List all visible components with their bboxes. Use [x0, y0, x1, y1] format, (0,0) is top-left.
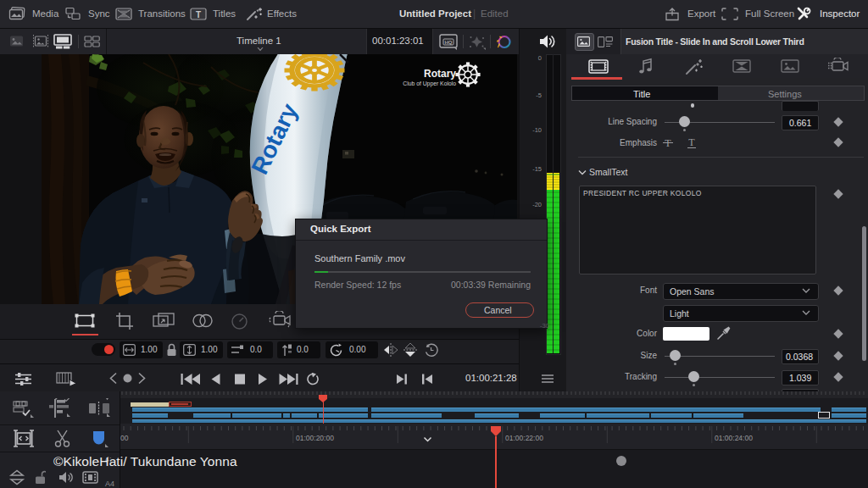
svg-text:HQ: HQ — [445, 40, 453, 45]
svg-text:Club of Upper Kololo: Club of Upper Kololo — [403, 80, 456, 87]
svg-text:Rotary: Rotary — [424, 68, 456, 80]
svg-text:T: T — [196, 10, 201, 19]
svg-text:T: T — [688, 136, 695, 148]
